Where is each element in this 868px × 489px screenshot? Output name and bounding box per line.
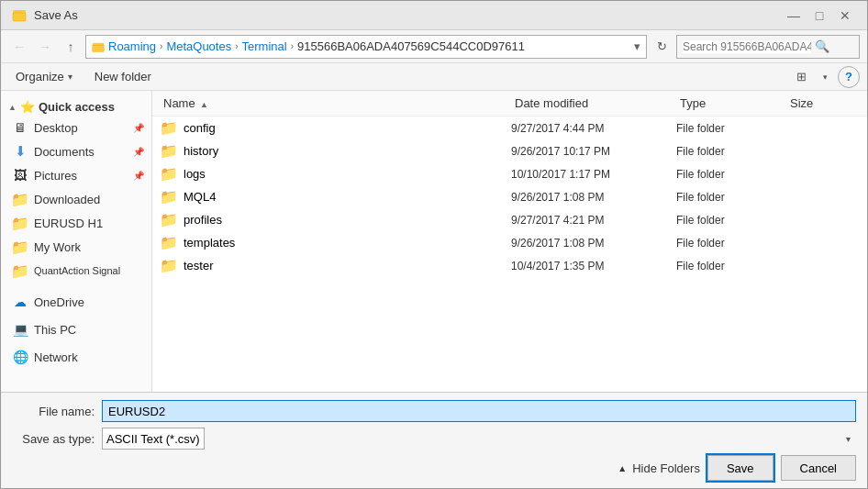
save-button[interactable]: Save	[707, 455, 773, 481]
file-date-cell: 10/10/2017 1:17 PM	[511, 168, 676, 181]
savetype-wrapper: ASCII Text (*.csv) ▾	[102, 428, 856, 450]
folder-icon: 📁	[160, 234, 178, 251]
pictures-icon: 🖼	[12, 167, 28, 183]
folder-icon: 📁	[160, 257, 178, 274]
col-header-size[interactable]: Size	[786, 94, 860, 112]
folder-icon: 📁	[160, 165, 178, 183]
col-header-date[interactable]: Date modified	[511, 94, 676, 112]
file-name-cell: 📁 MQL4	[160, 188, 511, 206]
crumb-roaming[interactable]: Roaming	[108, 39, 156, 53]
sidebar-item-work[interactable]: 📁 My Work	[1, 235, 151, 259]
file-type-cell: File folder	[676, 122, 786, 135]
title-controls: — □ ✕	[783, 6, 856, 25]
table-row[interactable]: 📁 templates 9/26/2017 1:08 PM File folde…	[152, 231, 867, 254]
crumb-terminal[interactable]: Terminal	[242, 39, 287, 53]
documents-icon: ⬇	[12, 143, 28, 160]
table-row[interactable]: 📁 logs 10/10/2017 1:17 PM File folder	[152, 162, 867, 185]
collapse-arrow-icon: ▲	[8, 103, 17, 112]
refresh-button[interactable]: ↻	[651, 36, 673, 58]
col-header-type[interactable]: Type	[676, 94, 786, 112]
table-row[interactable]: 📁 MQL4 9/26/2017 1:08 PM File folder	[152, 185, 867, 208]
sidebar-item-quant[interactable]: 📁 QuantAction Signal	[1, 259, 151, 283]
sidebar-item-desktop[interactable]: 🖥 Desktop 📌	[1, 116, 151, 139]
crumb-current: 915566BA06ADA407569C544CC0D97611	[297, 39, 525, 53]
dialog-icon	[12, 8, 27, 23]
file-name-cell: 📁 logs	[160, 165, 511, 183]
file-date-cell: 9/26/2017 10:17 PM	[511, 145, 676, 158]
quick-access-icon: ⭐	[20, 100, 35, 114]
address-bar[interactable]: Roaming › MetaQuotes › Terminal › 915566…	[85, 35, 647, 59]
col-header-name[interactable]: Name ▲	[160, 94, 511, 112]
view-button[interactable]: ⊞	[790, 66, 812, 88]
search-icon: 🔍	[815, 39, 829, 53]
sidebar-item-eurusd[interactable]: 📁 EURUSD H1	[1, 211, 151, 235]
back-button[interactable]: ←	[8, 36, 30, 58]
file-name-cell: 📁 config	[160, 119, 511, 137]
savetype-row: Save as type: ASCII Text (*.csv) ▾	[12, 428, 856, 450]
content-header: Name ▲ Date modified Type Size	[152, 91, 867, 117]
filename-label: File name:	[12, 405, 95, 418]
file-type-cell: File folder	[676, 214, 786, 227]
pin-icon[interactable]: 📌	[133, 123, 144, 133]
file-list: 📁 config 9/27/2017 4:44 PM File folder 📁…	[152, 117, 867, 277]
folder-icon: 📁	[160, 188, 178, 206]
table-row[interactable]: 📁 tester 10/4/2017 1:35 PM File folder	[152, 254, 867, 277]
file-date-cell: 10/4/2017 1:35 PM	[511, 260, 676, 272]
file-name-text: templates	[184, 236, 235, 250]
address-dropdown-arrow[interactable]: ▾	[634, 39, 640, 53]
file-name-text: tester	[184, 259, 214, 272]
sidebar-item-downloaded[interactable]: 📁 Downloaded	[1, 187, 151, 211]
file-type-cell: File folder	[676, 260, 786, 272]
cancel-button[interactable]: Cancel	[781, 455, 856, 481]
select-arrow-icon: ▾	[846, 434, 851, 444]
sidebar-item-pictures[interactable]: 🖼 Pictures 📌	[1, 163, 151, 187]
filename-input[interactable]	[102, 400, 856, 422]
folder-icon: 📁	[160, 142, 178, 160]
file-type-cell: File folder	[676, 145, 786, 158]
sidebar: ▲ ⭐ Quick access 🖥 Desktop 📌 ⬇ Documents…	[1, 91, 152, 392]
help-button[interactable]: ?	[838, 66, 860, 88]
pin-icon-pics[interactable]: 📌	[133, 171, 144, 181]
sort-arrow-icon: ▲	[200, 100, 208, 109]
view-dropdown-button[interactable]: ▾	[814, 66, 836, 88]
sidebar-item-documents[interactable]: ⬇ Documents 📌	[1, 139, 151, 163]
folder-icon: 📁	[160, 211, 178, 228]
file-date-cell: 9/26/2017 1:08 PM	[511, 237, 676, 250]
savetype-select[interactable]: ASCII Text (*.csv)	[102, 428, 205, 450]
file-name-text: history	[184, 144, 218, 158]
table-row[interactable]: 📁 history 9/26/2017 10:17 PM File folder	[152, 139, 867, 162]
forward-button[interactable]: →	[34, 36, 56, 58]
table-row[interactable]: 📁 config 9/27/2017 4:44 PM File folder	[152, 117, 867, 139]
search-input[interactable]	[683, 40, 811, 53]
file-date-cell: 9/27/2017 4:44 PM	[511, 122, 676, 135]
close-button[interactable]: ✕	[834, 6, 856, 25]
eurusd-folder-icon: 📁	[12, 215, 28, 231]
onedrive-icon: ☁	[12, 294, 28, 310]
up-button[interactable]: ↑	[60, 36, 82, 58]
search-bar[interactable]: 🔍	[676, 35, 860, 59]
file-name-text: logs	[184, 167, 206, 181]
file-date-cell: 9/26/2017 1:08 PM	[511, 191, 676, 204]
sidebar-item-thispc[interactable]: 💻 This PC	[1, 317, 151, 341]
table-row[interactable]: 📁 profiles 9/27/2017 4:21 PM File folder	[152, 208, 867, 231]
minimize-button[interactable]: —	[783, 6, 805, 25]
desktop-icon: 🖥	[12, 119, 28, 136]
svg-rect-3	[93, 45, 104, 51]
file-name-text: profiles	[184, 213, 222, 227]
pin-icon-docs[interactable]: 📌	[133, 147, 144, 157]
content-area: Name ▲ Date modified Type Size 📁 config …	[152, 91, 867, 392]
new-folder-button[interactable]: New folder	[87, 67, 159, 86]
title-bar: Save As — □ ✕	[1, 1, 867, 30]
maximize-button[interactable]: □	[808, 6, 830, 25]
file-name-cell: 📁 tester	[160, 257, 511, 274]
filename-row: File name:	[12, 400, 856, 422]
sidebar-item-network[interactable]: 🌐 Network	[1, 345, 151, 369]
button-row: ▲ Hide Folders Save Cancel	[12, 455, 856, 481]
hide-folders-toggle[interactable]: ▲ Hide Folders	[618, 461, 700, 475]
organize-button[interactable]: Organize ▾	[8, 67, 80, 86]
folder-icon: 📁	[160, 119, 178, 137]
svg-rect-1	[13, 13, 26, 21]
crumb-metaquotes[interactable]: MetaQuotes	[166, 39, 231, 53]
sidebar-item-onedrive[interactable]: ☁ OneDrive	[1, 290, 151, 314]
quick-access-header[interactable]: ▲ ⭐ Quick access	[1, 94, 151, 116]
